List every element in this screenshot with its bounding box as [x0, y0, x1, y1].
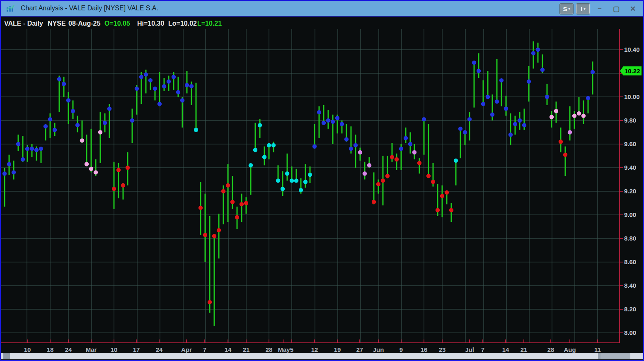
price-bars [5, 41, 593, 326]
chart-plot-area[interactable]: VALE - DailyNYSE08-Aug-25O=10.05Hi=10.30… [1, 1, 643, 360]
horizontal-scrollbar[interactable] [1, 353, 643, 359]
svg-text:11: 11 [594, 346, 601, 353]
svg-text:8.60: 8.60 [624, 258, 636, 265]
svg-text:28: 28 [547, 346, 554, 353]
axis-lines [1, 29, 623, 343]
svg-text:9.80: 9.80 [624, 117, 636, 124]
svg-text:8.40: 8.40 [624, 282, 636, 289]
svg-text:L=10.21: L=10.21 [197, 20, 222, 27]
svg-text:10: 10 [111, 346, 118, 353]
svg-text:23: 23 [439, 346, 446, 353]
svg-text:Jul: Jul [465, 346, 474, 353]
svg-text:10: 10 [24, 346, 31, 353]
svg-text:12: 12 [311, 346, 318, 353]
svg-text:Lo=10.02: Lo=10.02 [168, 20, 197, 27]
svg-text:8.20: 8.20 [624, 306, 636, 313]
svg-text:16: 16 [421, 346, 428, 353]
svg-text:9.00: 9.00 [624, 211, 636, 218]
svg-text:10.22: 10.22 [625, 67, 640, 75]
svg-text:17: 17 [133, 346, 140, 353]
svg-text:19: 19 [334, 346, 341, 353]
svg-text:7: 7 [481, 346, 484, 353]
svg-text:8.00: 8.00 [624, 329, 636, 336]
svg-text:7: 7 [203, 346, 206, 353]
svg-text:14: 14 [502, 346, 509, 353]
scrollbar-left-button[interactable] [3, 353, 10, 359]
svg-text:28: 28 [266, 346, 273, 353]
svg-text:O=10.05: O=10.05 [104, 20, 130, 27]
price-gridlines [1, 50, 620, 333]
svg-text:21: 21 [521, 346, 528, 353]
svg-text:24: 24 [65, 346, 72, 353]
price-axis-labels: 10.4010.2010.009.809.609.409.209.008.808… [624, 46, 640, 336]
svg-text:VALE - Daily: VALE - Daily [4, 20, 43, 27]
svg-text:08-Aug-25: 08-Aug-25 [68, 20, 100, 27]
svg-text:Mar: Mar [86, 346, 97, 353]
svg-text:9.60: 9.60 [624, 140, 636, 147]
svg-text:14: 14 [225, 346, 232, 353]
week-gridlines [27, 29, 598, 343]
chart-analysis-window: Chart Analysis - VALE Daily [NYSE] VALE … [0, 0, 644, 361]
svg-text:8.80: 8.80 [624, 235, 636, 242]
svg-text:Apr: Apr [181, 346, 192, 353]
scrollbar-thumb[interactable] [598, 353, 630, 359]
svg-text:10.40: 10.40 [624, 46, 640, 53]
svg-text:27: 27 [356, 346, 363, 353]
chart-header: VALE - DailyNYSE08-Aug-25O=10.05Hi=10.30… [4, 20, 222, 27]
svg-text:10.00: 10.00 [624, 93, 640, 100]
svg-text:Aug: Aug [564, 346, 576, 353]
svg-text:Jun: Jun [373, 346, 384, 353]
svg-text:NYSE: NYSE [48, 20, 66, 27]
svg-text:5: 5 [290, 346, 293, 353]
date-axis-labels: 101824Mar101724Apr7142128May5121927Jun91… [24, 346, 601, 353]
svg-text:May: May [278, 346, 290, 353]
close-signal-dots [2, 48, 595, 304]
svg-text:9.40: 9.40 [624, 164, 636, 171]
last-price-badge: 10.22 [620, 66, 642, 75]
svg-text:24: 24 [156, 346, 163, 353]
svg-text:Hi=10.30: Hi=10.30 [137, 20, 164, 27]
svg-text:18: 18 [47, 346, 54, 353]
svg-text:9: 9 [399, 346, 403, 353]
svg-text:21: 21 [243, 346, 250, 353]
svg-text:9.20: 9.20 [624, 188, 636, 195]
